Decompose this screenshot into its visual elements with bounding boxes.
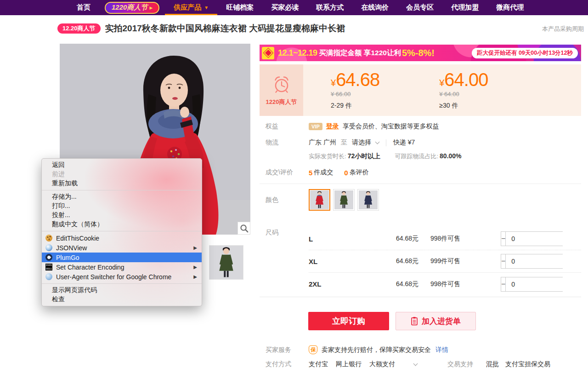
pay-method-large: 大额支付 — [369, 360, 395, 368]
trade-mixed-batch: 混批 — [486, 360, 499, 368]
festival-promo-banner[interactable]: 12.1~12.19 买满指定金额 享1220让利 5%-8%! 距大促开始还有… — [260, 45, 581, 61]
submenu-arrow-icon: ▶ — [193, 264, 197, 270]
quantity-input[interactable] — [506, 254, 588, 268]
quantity-input[interactable] — [506, 277, 588, 291]
logistics-row: 物流 广东 广州 至 请选择 快递 ¥7 — [266, 138, 415, 147]
menu-item-cast[interactable]: 投射... — [42, 211, 202, 220]
trade-support-label: 交易支持 — [447, 360, 473, 368]
nav-item-wechat-agent[interactable]: 微商代理 — [487, 0, 532, 15]
chevron-down-icon[interactable] — [375, 139, 379, 144]
login-link[interactable]: 登录 — [326, 122, 339, 131]
nav-item-agent-join[interactable]: 代理加盟 — [442, 0, 487, 15]
deal-suffix[interactable]: 件成交 — [314, 168, 333, 177]
to-word: 至 — [341, 138, 347, 147]
magnifier-icon — [239, 224, 249, 233]
add-to-cart-button[interactable]: 加入进货单 — [396, 312, 476, 330]
cookie-icon — [45, 235, 52, 242]
quantity-stepper: − + — [501, 254, 563, 269]
promo-countdown: 距大促开始还有 09天00小时13分12秒 — [472, 48, 578, 58]
size-label: 尺码 — [266, 229, 309, 237]
size-stock: 998件可售 — [430, 235, 501, 243]
menu-item-save-as[interactable]: 存储为... — [42, 192, 202, 201]
menu-item-plumgo[interactable]: PlumGo — [42, 253, 202, 262]
tier2-qty-range: ≥30 件 — [439, 102, 488, 110]
guarantee-shield-icon: 保 — [309, 345, 317, 354]
currency-symbol: ¥ — [331, 78, 336, 88]
quantity-stepper: − + — [501, 277, 563, 292]
table-bottom-divider — [260, 297, 581, 297]
deals-row: 成交\评价 5 件成交 0 条评价 — [266, 168, 369, 177]
minus-button[interactable]: − — [501, 254, 506, 268]
menu-item-view-source[interactable]: 显示网页源代码 — [42, 286, 202, 295]
trade-alipay-escrow: 支付宝担保交易 — [505, 360, 550, 368]
nav-item-supply-products[interactable]: 供应产品 ▼ — [165, 0, 217, 15]
minus-button[interactable]: − — [501, 232, 506, 246]
caret-down-icon: ▼ — [204, 5, 209, 10]
festival-price-label: 1220商人节 — [266, 98, 297, 106]
quantity-input[interactable] — [506, 232, 588, 246]
promo-date-range: 12.1~12.19 — [278, 48, 317, 58]
alarm-clock-icon — [272, 75, 291, 94]
size-price: 64.68元 — [396, 280, 430, 288]
color-swatch-navy[interactable] — [357, 189, 379, 211]
color-swatches — [309, 189, 379, 211]
size-label-row: 尺码 — [266, 229, 309, 237]
buyer-service-text: 卖家支持先行赔付，保障买家交易安全 — [322, 346, 431, 354]
destination-select[interactable]: 请选择 — [352, 138, 371, 147]
image-zoom-button[interactable] — [237, 222, 250, 235]
color-swatch-green[interactable] — [333, 189, 355, 211]
size-row-2xl: 2XL 64.68元 998件可售 − + — [309, 273, 581, 295]
divider — [386, 139, 386, 146]
menu-item-editthiscookie[interactable]: EditThisCookie — [42, 233, 202, 243]
browser-context-menu: 返回 前进 重新加载 存储为... 打印... 投射... 翻成中文（简体） E… — [41, 158, 202, 306]
top-navigation: 首页 1220商人节 ▶ 供应产品 ▼ 旺铺档案 买家必读 联系方式 在线询价 … — [0, 0, 588, 15]
buyer-service-row: 买家服务 保 卖家支持先行赔付，保障买家交易安全 详情 — [266, 345, 448, 354]
menu-item-jsonview[interactable]: JSONView ▶ — [42, 243, 202, 253]
size-price: 64.68元 — [396, 257, 430, 265]
deals-label: 成交\评价 — [266, 168, 309, 177]
color-swatch-red[interactable] — [309, 189, 330, 211]
menu-item-user-agent-switcher[interactable]: User-Agent Switcher for Google Chrome ▶ — [42, 272, 202, 282]
menu-item-set-character-encoding[interactable]: 0101 0011 Set Character Encoding ▶ — [42, 262, 202, 272]
size-stock: 998件可售 — [430, 280, 501, 288]
badge-arrow-icon: ▶ — [149, 6, 153, 10]
product-title: 实拍2017秋冬新款中国风棉麻连衣裙 大码提花显瘦棉麻中长裙 — [105, 23, 345, 34]
size-name: XL — [309, 258, 396, 265]
ship-from: 广东 广州 — [309, 138, 336, 147]
promo-text: 买满指定金额 享1220让利 — [319, 48, 401, 58]
jsonview-icon — [45, 244, 52, 251]
size-table: L 64.68元 998件可售 − + XL 64.68元 999件可售 − +… — [309, 228, 581, 295]
nav-item-shop-archive[interactable]: 旺铺档案 — [217, 0, 262, 15]
express-fee: 快递 ¥7 — [393, 138, 415, 147]
minus-button[interactable]: − — [501, 277, 506, 291]
detail-link[interactable]: 详情 — [435, 346, 448, 354]
review-suffix[interactable]: 条评价 — [350, 168, 369, 177]
rights-row: 权益 VIP 登录 享受会员价、淘宝数据等更多权益 — [266, 122, 439, 131]
ship-time-label: 实际发货时长: — [309, 153, 346, 160]
rights-label: 权益 — [266, 122, 309, 131]
nav-item-member-zone[interactable]: 会员专区 — [397, 0, 442, 15]
product-thumbnail-green[interactable] — [209, 245, 243, 280]
tier1-qty-range: 2-29 件 — [331, 102, 379, 110]
order-now-button[interactable]: 立即订购 — [308, 312, 389, 330]
nav-item-inquiry[interactable]: 在线询价 — [352, 0, 397, 15]
encoding-icon: 0101 0011 — [45, 264, 52, 270]
festival-badge[interactable]: 1220商人节 ▶ — [105, 2, 159, 14]
menu-item-inspect[interactable]: 检查 — [42, 295, 202, 304]
tier2-original-price: ¥ 64.00 — [439, 91, 488, 98]
menu-item-back[interactable]: 返回 — [42, 161, 202, 170]
size-row-xl: XL 64.68元 999件可售 − + — [309, 250, 581, 273]
nav-item-label: 供应产品 — [174, 3, 201, 12]
chevron-down-icon[interactable] — [413, 361, 418, 366]
nav-item-buyer-guide[interactable]: 买家必读 — [262, 0, 307, 15]
menu-item-label: PlumGo — [56, 254, 79, 261]
thumbnail-figure — [209, 246, 243, 279]
nav-item-home[interactable]: 首页 — [68, 0, 99, 15]
deal-count: 5 — [309, 169, 312, 177]
plumgo-icon — [45, 254, 52, 261]
menu-item-reload[interactable]: 重新加载 — [42, 179, 202, 188]
menu-item-print[interactable]: 打印... — [42, 201, 202, 211]
menu-item-translate[interactable]: 翻成中文（简体） — [42, 220, 202, 229]
quantity-stepper: − + — [501, 231, 563, 246]
nav-item-contact[interactable]: 联系方式 — [307, 0, 352, 15]
